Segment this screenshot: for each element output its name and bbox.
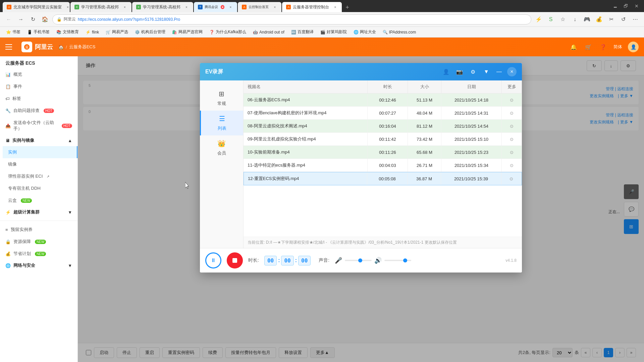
tab-xuexibang2[interactable]: X 学习管理系统-高校邦 × [132, 2, 193, 12]
tab-beijing[interactable]: A 北京城市学院阿里云实验室 × [3, 2, 70, 12]
home-button[interactable]: 🏠 [40, 15, 50, 24]
more-tools-button[interactable]: ⋯ [631, 15, 640, 24]
gaming-button[interactable]: 🎮 [582, 15, 592, 24]
bookmark-jigou[interactable]: ⚙️ 机构后台管理 [133, 28, 167, 36]
account-button[interactable]: S [546, 15, 555, 24]
address-text[interactable]: https://ecs.console.aliyun.com/?spm=5176… [78, 17, 527, 22]
help-icon[interactable]: ❓ [598, 42, 608, 52]
bookmark-hollywood[interactable]: 🎬 好莱坞影院 [318, 28, 349, 36]
tab-close-3[interactable]: × [184, 4, 189, 10]
sidebar-item-cloud-box[interactable]: 云盒 NEW [3, 194, 77, 206]
sidebar-item-reserved[interactable]: ≡ 预留实例券 [0, 224, 77, 236]
bookmark-wangyi-official[interactable]: 🛍️ 网易严选官网 [170, 28, 205, 36]
more-options-icon[interactable]: ⊙ [501, 172, 522, 185]
modal-close-button[interactable]: × [507, 67, 517, 76]
stop-button[interactable] [227, 252, 243, 268]
favorites-button[interactable]: ☆ [558, 15, 568, 24]
back-button[interactable]: ← [4, 15, 13, 24]
sidebar-item-tags[interactable]: 🏷 标签 [0, 93, 77, 105]
sidebar-item-instance[interactable]: 实例 [3, 146, 77, 158]
microphone-icon[interactable]: 🎤 [335, 257, 342, 264]
modal-settings-icon[interactable]: ⚙ [468, 67, 478, 76]
sidebar-item-eci[interactable]: 弹性容器实例 ECI ↗ [3, 170, 77, 182]
tab-ecs-active[interactable]: A 云服务器管理控制台 × [282, 2, 342, 12]
address-bar[interactable]: 🔒 阿里云 https://ecs.console.aliyun.com/?sp… [52, 14, 531, 24]
hamburger-menu[interactable] [5, 42, 16, 52]
bookmark-wangyi[interactable]: 🛒 网易严选 [104, 28, 130, 36]
more-options-icon[interactable]: ⊙ [502, 133, 522, 145]
file-duration: 00:11:26 [368, 146, 408, 159]
tab-close-1[interactable]: × [65, 4, 70, 10]
file-row[interactable]: 06-云服务器ECS.mp4 00:12:46 51.13 M 2021/10/… [244, 94, 522, 107]
bookmark-flink[interactable]: ⚡ flink [84, 29, 101, 35]
tab-close-6[interactable]: × [332, 4, 338, 10]
tab-tencent[interactable]: T 腾讯会议 ● × [194, 2, 237, 12]
file-row[interactable]: 09-阿里云主机虚拟化实验介绍.mp4 00:11:42 73.42 M 202… [244, 133, 522, 146]
version-label: v4.1.8 [505, 258, 517, 263]
service-icon[interactable]: 简体 [613, 42, 623, 52]
modal-sidebar-list[interactable]: ☰ 列表 [200, 111, 243, 135]
file-row[interactable]: 11-选中特定的ecs服务器.mp4 00:04:03 26.71 M 2021… [244, 159, 522, 172]
sidebar-item-troubleshoot[interactable]: 🔧 自助问题排查 HOT [0, 105, 77, 117]
close-browser-button[interactable]: ✕ [632, 1, 641, 11]
maximize-button[interactable]: 🗗 [621, 1, 631, 11]
bookmark-mobile[interactable]: 📱 手机书签 [25, 28, 52, 36]
reload-button[interactable]: ↻ [28, 15, 38, 24]
speaker-slider[interactable] [384, 260, 411, 261]
restore-down-button[interactable]: 🗕 [610, 1, 620, 11]
wallet-button[interactable]: 💰 [594, 15, 604, 24]
cart-icon[interactable]: 🛒 [584, 42, 593, 52]
bookmark-star[interactable]: ⭐ 书签 [4, 28, 22, 36]
sidebar-item-image[interactable]: 镜像 [3, 158, 77, 170]
more-options-icon[interactable]: ⊙ [502, 146, 522, 159]
modal-minimize-button[interactable]: — [495, 68, 503, 76]
sidebar-group-instance[interactable]: 🖥 实例与镜像 ▲ [0, 135, 77, 146]
modal-sidebar-member[interactable]: 👑 会员 [200, 135, 243, 160]
more-options-icon[interactable]: ⊙ [502, 107, 522, 119]
history-button[interactable]: ↺ [619, 15, 628, 24]
sidebar-item-overview[interactable]: 📊 概览 [0, 68, 77, 80]
downloads-button[interactable]: ↓ [570, 15, 580, 24]
user-avatar[interactable]: 👤 [628, 42, 639, 52]
sidebar-group-supercomp[interactable]: ⚡ 超级计算集群 ▼ [0, 206, 77, 218]
speaker-slider-dot[interactable] [403, 258, 407, 262]
file-row[interactable]: 10-实验前期准备.mp4 00:11:26 65.68 M 2021/10/2… [244, 146, 522, 159]
bell-icon[interactable]: 🔔 [569, 42, 578, 52]
tab-close-2[interactable]: × [122, 4, 127, 10]
bookmark-kafka[interactable]: ❓ 为什么Kafka那么 [207, 28, 248, 36]
speaker-icon[interactable]: 🔊 [374, 257, 382, 264]
tab-close-5[interactable]: × [272, 4, 277, 10]
tab-yuncontrol[interactable]: A 云控制台首页 × [238, 2, 281, 12]
more-options-icon[interactable]: ⊙ [502, 94, 522, 106]
modal-user-icon[interactable]: 👤 [441, 67, 451, 76]
more-options-icon[interactable]: ⊙ [502, 159, 522, 172]
bookmark-wangzhi[interactable]: 🌐 网址大全 [352, 28, 378, 36]
logo-icon: 云 [21, 42, 32, 52]
tab-xuexibang1[interactable]: X 学习管理系统-高校邦 × [70, 2, 131, 12]
file-row[interactable]: 07-使用enclave构建机密的计算环境.mp4 00:07:27 48.04… [244, 107, 522, 120]
modal-sidebar-general[interactable]: ⊞ 常规 [200, 86, 243, 111]
bookmark-ipaddress[interactable]: 🔍 IPAddress.com [381, 29, 418, 35]
modal-screenshot-icon[interactable]: 📷 [455, 67, 464, 76]
extensions-button[interactable]: ⚡ [534, 15, 543, 24]
bookmark-wenqing[interactable]: 📚 文情教育 [54, 28, 81, 36]
more-options-icon[interactable]: ⊙ [502, 120, 522, 132]
new-tab-button[interactable]: + [342, 3, 352, 12]
file-row[interactable]: 08-阿里云虚拟化技术阐述.mp4 00:16:04 81.12 M 2021/… [244, 120, 522, 133]
forward-button[interactable]: → [16, 15, 25, 24]
modal-filter-icon[interactable]: ▼ [482, 67, 491, 76]
bookmark-baidu[interactable]: 🔤 百度翻译 [289, 28, 316, 36]
pause-button[interactable]: ⏸ [205, 252, 221, 268]
sidebar-item-events[interactable]: 📋 事件 [0, 80, 77, 93]
file-row-selected[interactable]: 12-重置ECS实例密码.mp4 00:05:08 36.87 M 2021/1… [244, 172, 522, 185]
tab-close-4[interactable]: × [228, 4, 233, 10]
sidebar-group-network[interactable]: 🌐 网络与安全 ▼ [0, 260, 77, 271]
sidebar-item-resource[interactable]: 🔒 资源保障 NEW [0, 236, 77, 248]
bookmark-android[interactable]: 🤖 Android out of [251, 29, 286, 35]
sidebar-item-ddh[interactable]: 专有宿主机 DDH [3, 182, 77, 194]
sidebar-item-command[interactable]: 📤 发送命令/文件（云助手） HOT [0, 117, 77, 135]
tools-button[interactable]: ✂ [606, 15, 616, 24]
sidebar-item-savings[interactable]: 💰 节省计划 NEW [0, 248, 77, 260]
mic-slider[interactable] [345, 260, 372, 261]
mic-slider-dot[interactable] [358, 258, 362, 262]
